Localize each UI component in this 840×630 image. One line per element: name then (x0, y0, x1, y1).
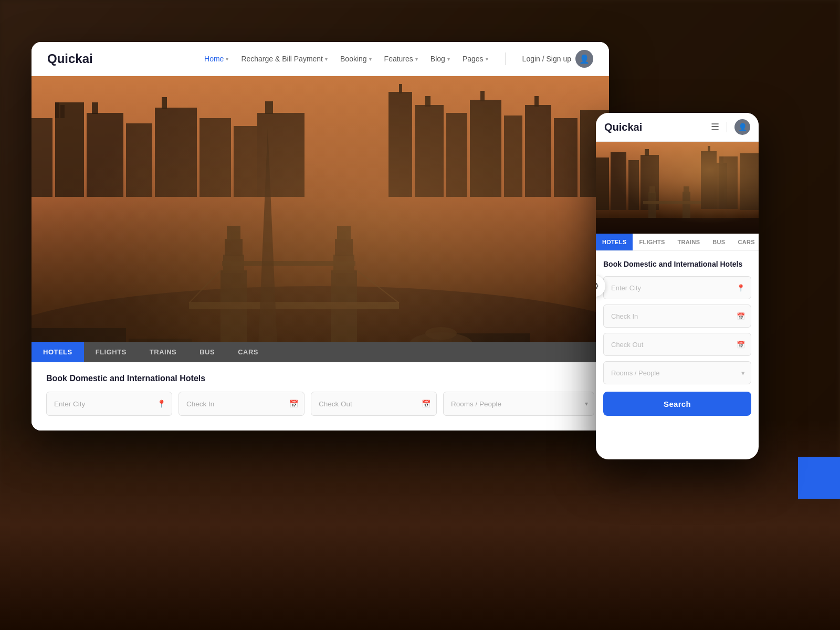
svg-rect-14 (388, 92, 412, 197)
nav-recharge-chevron: ▾ (325, 56, 328, 62)
svg-rect-21 (504, 116, 522, 197)
svg-rect-35 (189, 302, 399, 309)
mobile-search-button[interactable]: Search (603, 392, 751, 416)
mobile-tab-flights[interactable]: FLIGHTS (633, 234, 671, 250)
mobile-search-label: Search (664, 400, 691, 408)
svg-rect-33 (335, 239, 353, 256)
nav-item-booking[interactable]: Booking ▾ (340, 55, 372, 63)
mobile-checkin-icon: 📅 (737, 312, 745, 320)
svg-rect-2 (55, 102, 84, 197)
mobile-checkout-icon: 📅 (737, 341, 745, 349)
tab-hotels[interactable]: HOTELS (32, 342, 84, 362)
tab-bus[interactable]: BUS (188, 342, 226, 362)
mobile-header-actions: ☰ 👤 (711, 119, 750, 135)
svg-rect-61 (719, 156, 738, 209)
nav-recharge-label: Recharge & Bill Payment (241, 55, 323, 63)
svg-rect-13 (265, 101, 273, 114)
nav-pages-chevron: ▾ (486, 56, 488, 62)
mobile-avatar-icon: 👤 (738, 123, 747, 131)
mobile-checkout-input[interactable] (603, 333, 751, 356)
checkout-input[interactable] (311, 392, 437, 416)
checkout-field: 📅 (311, 392, 437, 416)
svg-rect-12 (257, 113, 304, 197)
mobile-checkin-input[interactable] (603, 304, 751, 328)
checkin-input[interactable] (178, 392, 304, 416)
mobile-header-divider (727, 122, 727, 132)
nav-blog-label: Blog (430, 55, 445, 63)
svg-rect-19 (470, 100, 501, 197)
svg-line-38 (357, 270, 399, 303)
desktop-booking-title: Book Domestic and International Hotels (46, 374, 594, 383)
nav-pages-label: Pages (463, 55, 484, 63)
city-input[interactable] (46, 392, 172, 416)
mobile-tab-bus[interactable]: BUS (706, 234, 731, 250)
nav-avatar[interactable]: 👤 (575, 50, 593, 68)
svg-rect-69 (717, 163, 727, 209)
svg-rect-8 (155, 108, 197, 197)
nav-item-features[interactable]: Features ▾ (384, 55, 418, 63)
svg-rect-18 (446, 113, 467, 197)
desktop-hero: HOTELS FLIGHTS TRAINS BUS CARS Book Dome… (32, 76, 609, 430)
mobile-city-input[interactable] (603, 276, 751, 299)
desktop-nav: Home ▾ Recharge & Bill Payment ▾ Booking… (204, 50, 593, 68)
svg-rect-68 (596, 218, 759, 234)
mobile-booking-form: Book Domestic and International Hotels 📍… (596, 251, 759, 424)
svg-rect-60 (708, 146, 710, 152)
mobile-booking-tabs: HOTELS FLIGHTS TRAINS BUS CARS (596, 234, 759, 251)
svg-rect-36 (222, 261, 355, 266)
desktop-booking-form: Book Domestic and International Hotels 📍… (32, 362, 609, 430)
svg-rect-20 (480, 91, 485, 101)
tab-trains-label: TRAINS (150, 348, 176, 356)
svg-rect-11 (234, 126, 257, 197)
mobile-location-icon: 📍 (737, 284, 745, 292)
svg-rect-1 (32, 118, 52, 197)
svg-rect-30 (227, 226, 240, 240)
mobile-avatar[interactable]: 👤 (734, 119, 750, 135)
mobile-tab-cars[interactable]: CARS (731, 234, 759, 250)
svg-rect-15 (399, 84, 402, 93)
nav-item-home[interactable]: Home ▾ (204, 55, 228, 63)
mobile-hero-svg (596, 142, 759, 234)
nav-item-recharge[interactable]: Recharge & Bill Payment ▾ (241, 55, 328, 63)
mobile-city-field: 📍 (603, 276, 751, 299)
svg-rect-53 (596, 142, 759, 234)
svg-rect-65 (682, 192, 690, 218)
svg-line-37 (189, 270, 220, 303)
checkin-calendar-icon: 📅 (289, 400, 298, 408)
nav-login-label: Login / Sign up (522, 55, 571, 63)
rooms-people-select[interactable]: Rooms / People 1 Room / 1 Person 1 Room … (443, 392, 594, 416)
desktop-header: Quickai Home ▾ Recharge & Bill Payment ▾… (32, 42, 609, 76)
tab-flights[interactable]: FLIGHTS (84, 342, 138, 362)
mobile-mockup: ⚙ Quickai ☰ 👤 (596, 113, 759, 459)
mobile-rooms-field: ▾ (603, 361, 751, 384)
tab-bus-label: BUS (200, 348, 215, 356)
svg-rect-67 (643, 201, 701, 204)
mobile-menu-icon[interactable]: ☰ (711, 121, 719, 133)
svg-marker-39 (257, 129, 278, 370)
gear-icon: ⚙ (596, 280, 599, 292)
tab-cars[interactable]: CARS (226, 342, 270, 362)
nav-item-blog[interactable]: Blog ▾ (430, 55, 450, 63)
mobile-checkout-field: 📅 (603, 333, 751, 356)
mobile-header: Quickai ☰ 👤 (596, 113, 759, 142)
mobile-tab-hotels[interactable]: HOTELS (596, 234, 633, 250)
nav-login[interactable]: Login / Sign up 👤 (522, 50, 593, 68)
checkout-calendar-icon: 📅 (422, 400, 430, 408)
svg-rect-7 (126, 123, 152, 197)
tab-trains[interactable]: TRAINS (138, 342, 188, 362)
svg-rect-17 (425, 96, 430, 107)
nav-blog-chevron: ▾ (447, 56, 450, 62)
mobile-rooms-input[interactable] (603, 361, 751, 384)
nav-item-pages[interactable]: Pages ▾ (463, 55, 488, 63)
desktop-booking-panel: HOTELS FLIGHTS TRAINS BUS CARS Book Dome… (32, 342, 609, 430)
svg-rect-56 (628, 160, 639, 210)
svg-rect-6 (92, 102, 98, 114)
nav-booking-label: Booking (340, 55, 367, 63)
mobile-hero (596, 142, 759, 234)
svg-rect-70 (720, 156, 723, 164)
mobile-tab-trains[interactable]: TRAINS (671, 234, 707, 250)
svg-rect-9 (162, 97, 167, 109)
mobile-tab-flights-label: FLIGHTS (639, 239, 665, 245)
svg-rect-62 (740, 153, 759, 210)
svg-rect-10 (200, 118, 231, 197)
